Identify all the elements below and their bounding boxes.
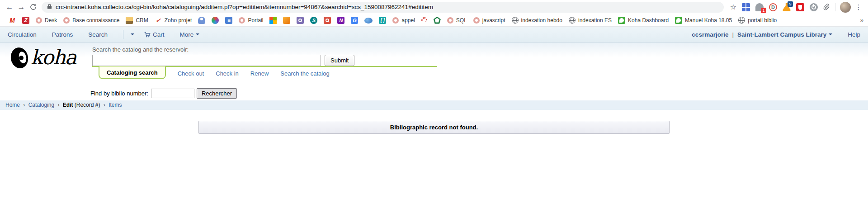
- notification-extension-icon[interactable]: 1: [755, 3, 764, 11]
- breadcrumb-edit: Edit: [63, 102, 73, 108]
- forward-icon[interactable]: [15, 1, 27, 13]
- bookmark-item[interactable]: [297, 17, 304, 24]
- bookmark-item[interactable]: Portail: [239, 17, 263, 24]
- nav-patrons[interactable]: Patrons: [52, 31, 73, 38]
- address-bar[interactable]: crc-intranet.koha.collecto.ca/cgi-bin/ko…: [42, 2, 724, 13]
- bookmarks-bar: Desk Base connaissance CRM Zoho projet P…: [0, 14, 868, 27]
- bookmark-item[interactable]: indexation ES: [569, 17, 612, 24]
- bookmark-label: appel: [401, 17, 415, 24]
- search-row: Submit: [92, 55, 437, 66]
- breadcrumb-home[interactable]: Home: [5, 102, 20, 108]
- catalog-search-input[interactable]: [92, 55, 321, 66]
- bookmark-item[interactable]: appel: [392, 17, 415, 24]
- nav-cart[interactable]: Cart: [144, 31, 165, 38]
- bookmark-label: indexation ES: [578, 17, 612, 24]
- power-extension-icon[interactable]: [810, 3, 818, 11]
- biblio-number-input[interactable]: [151, 89, 194, 98]
- nav-more[interactable]: More: [180, 31, 200, 38]
- tab-renew[interactable]: Renew: [250, 70, 269, 77]
- bookmark-label: portail biblio: [748, 17, 777, 24]
- logged-in-user[interactable]: ccsrmarjorie: [692, 31, 728, 38]
- profile-avatar[interactable]: [840, 2, 851, 13]
- bookmark-item[interactable]: [379, 17, 386, 24]
- bookmarks-overflow-chevron[interactable]: »: [860, 14, 863, 26]
- calendar-extension-icon[interactable]: [742, 3, 750, 11]
- zoho-icon: [473, 17, 480, 24]
- find-by-biblio-row: Find by biblio number: Rechercher: [90, 88, 237, 99]
- globe-icon: [512, 17, 519, 24]
- main-content: Bibliographic record not found.: [0, 121, 868, 134]
- library-selector[interactable]: Saint-Lambert Campus Library: [737, 31, 832, 38]
- bookmark-item[interactable]: [198, 17, 205, 24]
- tab-search-the-catalog[interactable]: Search the catalog: [280, 70, 329, 77]
- bookmark-star-icon[interactable]: [727, 1, 739, 13]
- bookmark-item[interactable]: [337, 17, 344, 24]
- koha-logo[interactable]: koha: [10, 46, 76, 69]
- zoho-icon: [447, 17, 453, 24]
- flask-badge: 9: [788, 1, 793, 7]
- nav-right-cluster: ccsrmarjorie | Saint-Lambert Campus Libr…: [692, 31, 860, 38]
- submit-button[interactable]: Submit: [325, 55, 354, 66]
- breadcrumb-separator: ›: [104, 102, 105, 108]
- user-library-separator: |: [732, 31, 734, 38]
- tab-cataloging-search[interactable]: Cataloging search: [99, 66, 166, 79]
- breadcrumb-items: Items: [108, 102, 122, 108]
- bookmark-item[interactable]: [22, 17, 29, 24]
- bookmark-item[interactable]: Zoho projet: [155, 17, 192, 24]
- bookmark-label: SQL: [456, 17, 467, 24]
- rechercher-button[interactable]: Rechercher: [197, 88, 237, 99]
- duckduckgo-extension-icon[interactable]: [769, 3, 777, 11]
- bookmark-item[interactable]: javascript: [473, 17, 505, 24]
- search-dropdown-caret-icon[interactable]: [131, 33, 134, 37]
- breadcrumb-cataloging[interactable]: Cataloging: [28, 102, 54, 108]
- bookmark-item[interactable]: [421, 17, 427, 23]
- bookmark-item[interactable]: indexation hebdo: [512, 17, 562, 24]
- nav-help[interactable]: Help: [848, 31, 860, 38]
- bookmark-item[interactable]: [434, 17, 441, 24]
- bookmark-item[interactable]: [324, 17, 331, 24]
- bookmark-item[interactable]: portail biblio: [738, 17, 777, 24]
- tab-check-out[interactable]: Check out: [178, 70, 204, 77]
- breadcrumb: Home › Cataloging › Edit (Record #) › It…: [0, 100, 868, 110]
- nav-search[interactable]: Search: [88, 31, 108, 38]
- flask-extension-icon[interactable]: 9: [783, 3, 791, 11]
- pentagon-icon: [434, 17, 441, 24]
- bookmark-label: indexation hebdo: [521, 17, 562, 24]
- tab-check-in[interactable]: Check in: [216, 70, 239, 77]
- bookmark-label: Portail: [248, 17, 263, 24]
- bookmark-item[interactable]: [269, 17, 277, 24]
- more-label: More: [180, 31, 194, 38]
- paperclip-icon[interactable]: [821, 1, 832, 13]
- reload-icon[interactable]: [27, 1, 39, 13]
- brackets-icon: [379, 17, 386, 24]
- url-text: crc-intranet.koha.collecto.ca/cgi-bin/ko…: [56, 4, 433, 10]
- bookmark-item[interactable]: Base connaissance: [63, 17, 119, 24]
- breadcrumb-separator: ›: [57, 102, 59, 108]
- nav-circulation[interactable]: Circulation: [8, 31, 37, 38]
- bookmark-item[interactable]: [225, 17, 232, 24]
- zoho-icon: [36, 17, 42, 24]
- bookmark-item[interactable]: Koha Dashboard: [618, 17, 669, 24]
- bookmark-item[interactable]: Manuel Koha 18.05: [675, 17, 732, 24]
- bookmark-item[interactable]: SQL: [447, 17, 467, 24]
- nav-divider: [123, 30, 123, 39]
- bookmark-label: CRM: [136, 17, 148, 24]
- back-icon[interactable]: [4, 1, 15, 13]
- bookmark-item[interactable]: [351, 17, 358, 24]
- color-wheel-icon: [212, 17, 219, 24]
- bookmark-item[interactable]: [364, 17, 373, 24]
- bookmark-item[interactable]: Desk: [36, 17, 57, 24]
- find-by-biblio-label: Find by biblio number:: [90, 90, 148, 97]
- bookmark-item[interactable]: [283, 17, 290, 24]
- bookmark-item[interactable]: [212, 17, 219, 24]
- bookmark-label: Desk: [45, 17, 57, 24]
- koha-logo-mark-icon: [10, 46, 30, 69]
- sharepoint-icon: [310, 17, 317, 24]
- shield-extension-icon[interactable]: [796, 3, 804, 11]
- chrome-menu-icon[interactable]: [853, 1, 864, 13]
- checkmark-icon: [155, 17, 162, 24]
- bookmark-item[interactable]: [310, 17, 317, 24]
- bookmark-item[interactable]: [9, 17, 16, 24]
- extension-badge: 1: [761, 8, 766, 13]
- bookmark-item[interactable]: CRM: [126, 17, 148, 24]
